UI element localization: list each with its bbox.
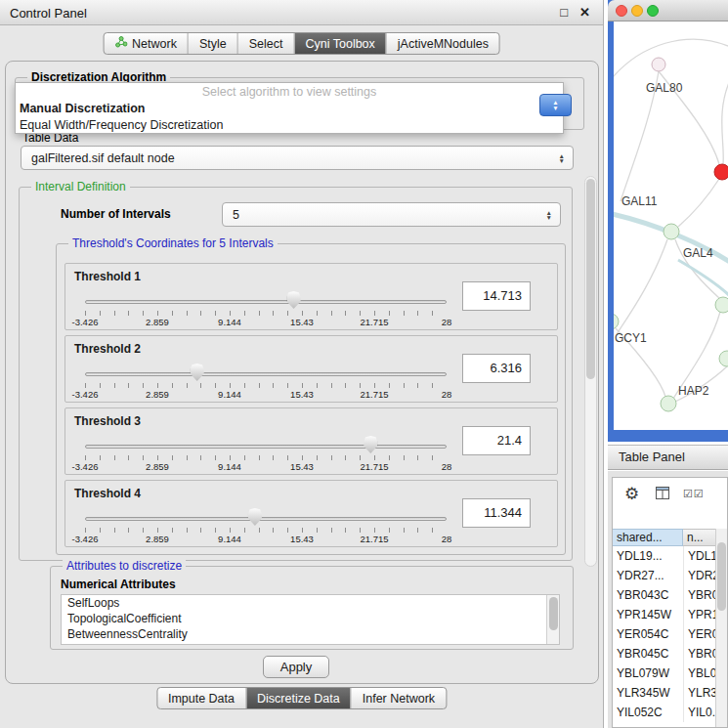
threshold-3-panel: Threshold 3 -3.4262.8599.14415.4321.7152… <box>64 407 558 475</box>
tab-jactivemodules[interactable]: jActiveMNodules <box>386 33 499 54</box>
list-item[interactable]: BetweennessCentrality <box>62 626 559 642</box>
tab-impute-data[interactable]: Impute Data <box>157 688 245 708</box>
slider-ticks <box>85 311 447 316</box>
threshold-2-slider[interactable]: -3.4262.8599.14415.4321.71528 <box>85 360 447 401</box>
threshold-1-value-field[interactable]: 14.713 <box>462 281 531 311</box>
table-cell-name[interactable]: YPR1... <box>683 605 717 624</box>
threshold-3-slider[interactable]: -3.4262.8599.14415.4321.71528 <box>85 432 447 473</box>
zoom-traffic-light[interactable] <box>647 5 659 17</box>
threshold-2-value-field[interactable]: 6.316 <box>462 354 531 383</box>
table-row[interactable]: YIL052CYIL0... <box>613 703 717 722</box>
table-cell-shared-name[interactable]: YPR145W <box>613 605 683 624</box>
table-cell-name[interactable]: YBL0... <box>683 664 717 683</box>
threshold-1-slider[interactable]: -3.4262.8599.14415.4321.71528 <box>85 287 447 328</box>
dropdown-option-equal-width[interactable]: Equal Width/Frequency Discretization <box>16 117 563 134</box>
table-cell-shared-name[interactable]: YDR27... <box>613 566 683 585</box>
slider-track[interactable] <box>85 445 447 449</box>
table-row[interactable]: YBR045CYBR0... <box>613 644 717 664</box>
dropdown-option-manual-discretization[interactable]: Manual Discretization <box>16 101 563 117</box>
slider-tick-label: 21.715 <box>360 389 388 400</box>
table-cell-shared-name[interactable]: YBL079W <box>613 664 683 683</box>
network-node[interactable] <box>719 351 728 366</box>
table-row[interactable]: YPR145WYPR1... <box>613 605 717 624</box>
tab-cyni-toolbox[interactable]: Cyni Toolbox <box>293 33 385 54</box>
scrollbar-thumb[interactable] <box>549 597 558 630</box>
slider-ticks <box>85 455 447 460</box>
table-scrollbar[interactable] <box>715 529 727 727</box>
control-panel-titlebar: Control Panel □ ✕ <box>0 0 603 25</box>
tab-select[interactable]: Select <box>237 33 294 54</box>
tab-discretize-data[interactable]: Discretize Data <box>245 688 351 708</box>
list-item[interactable]: SelfLoops <box>62 595 559 611</box>
table-data-combobox[interactable]: galFiltered.sif default node ▲▼ <box>21 146 574 170</box>
table-cell-name[interactable]: YDL1... <box>683 546 717 566</box>
columns-icon[interactable] <box>656 487 669 502</box>
close-traffic-light[interactable] <box>616 5 627 17</box>
number-of-intervals-combobox[interactable]: 5 ▲▼ <box>222 202 561 227</box>
slider-track[interactable] <box>85 517 447 521</box>
table-row[interactable]: YBL079WYBL0... <box>613 664 717 683</box>
slider-knob[interactable] <box>248 508 262 526</box>
table-cell-name[interactable]: YLR3... <box>683 683 717 703</box>
interval-definition-group: Interval Definition Number of Intervals … <box>19 187 573 561</box>
network-window-titlebar[interactable] <box>608 0 728 21</box>
tab-network[interactable]: Network <box>104 33 188 54</box>
threshold-4-slider[interactable]: -3.4262.8599.14415.4321.71528 <box>85 504 447 545</box>
table-cell-shared-name[interactable]: YBR045C <box>613 644 683 664</box>
table-cell-shared-name[interactable]: YBR043C <box>613 585 683 605</box>
table-row[interactable]: YDL19...YDL1... <box>613 546 717 566</box>
tab-infer-network[interactable]: Infer Network <box>351 688 446 708</box>
table-cell-name[interactable]: YIL0... <box>683 703 717 722</box>
table-cell-shared-name[interactable]: YLR345W <box>613 683 683 703</box>
scrollbar-thumb[interactable] <box>586 179 595 379</box>
threshold-3-value-field[interactable]: 21.4 <box>462 426 531 455</box>
table-cell-name[interactable]: YER0... <box>683 624 717 644</box>
tab-label: Cyni Toolbox <box>305 37 374 51</box>
network-node[interactable] <box>652 58 665 71</box>
network-node[interactable] <box>715 297 728 313</box>
table-cell-name[interactable]: YBR0... <box>683 644 717 664</box>
network-node[interactable] <box>614 314 619 329</box>
cyni-toolbox-panel: Discretization Algorithm Select algorith… <box>5 61 599 684</box>
scrollbar-thumb[interactable] <box>717 542 726 611</box>
slider-knob[interactable] <box>191 364 204 381</box>
slider-tick-label: 15.43 <box>290 534 314 544</box>
tab-style[interactable]: Style <box>188 33 237 54</box>
algorithm-combobox-stepper[interactable]: ▲ ▼ <box>539 94 572 116</box>
slider-tick-label: 9.144 <box>218 534 241 544</box>
network-node[interactable] <box>714 164 728 180</box>
table-cell-shared-name[interactable]: YDL19... <box>613 546 683 566</box>
panel-scrollbar[interactable] <box>584 176 597 567</box>
table-row[interactable]: YER054CYER0... <box>613 624 717 644</box>
slider-knob[interactable] <box>364 436 377 453</box>
table-row[interactable]: YDR27...YDR2... <box>613 566 717 585</box>
slider-track[interactable] <box>85 300 447 304</box>
close-window-icon[interactable]: ✕ <box>579 5 590 20</box>
network-node-label: HAP2 <box>678 384 709 398</box>
slider-knob[interactable] <box>287 291 301 309</box>
select-columns-icon[interactable]: ☑☑ <box>683 488 705 500</box>
network-canvas[interactable]: GAL80GAL11GAL4GCY1HAP2 <box>614 21 728 430</box>
threshold-4-value-field[interactable]: 11.344 <box>462 498 531 528</box>
group-title: Attributes to discretize <box>63 559 186 573</box>
float-window-icon[interactable]: □ <box>560 5 568 20</box>
network-node[interactable] <box>661 396 676 411</box>
table-cell-shared-name[interactable]: YIL052C <box>613 703 683 722</box>
minimize-traffic-light[interactable] <box>631 5 643 17</box>
column-header-shared-name[interactable]: shared... <box>613 529 683 546</box>
network-node[interactable] <box>664 224 679 239</box>
apply-button[interactable]: Apply <box>263 656 329 678</box>
table-cell-name[interactable]: YBR0... <box>683 585 717 605</box>
table-row[interactable]: YBR043CYBR0... <box>613 585 717 605</box>
tab-label: Impute Data <box>168 692 235 706</box>
table-cell-shared-name[interactable]: YER054C <box>613 624 683 644</box>
gear-icon[interactable]: ⚙ <box>624 484 639 504</box>
list-scrollbar[interactable] <box>546 595 559 644</box>
list-item[interactable]: TopologicalCoefficient <box>62 611 559 626</box>
slider-tick-label: 2.859 <box>146 389 169 400</box>
slider-track[interactable] <box>85 372 447 376</box>
table-rows: YDL19...YDL1...YDR27...YDR2...YBR043CYBR… <box>613 546 717 727</box>
numerical-attributes-list[interactable]: SelfLoops TopologicalCoefficient Between… <box>61 594 560 645</box>
table-row[interactable]: YLR345WYLR3... <box>613 683 717 703</box>
table-cell-name[interactable]: YDR2... <box>683 566 717 585</box>
